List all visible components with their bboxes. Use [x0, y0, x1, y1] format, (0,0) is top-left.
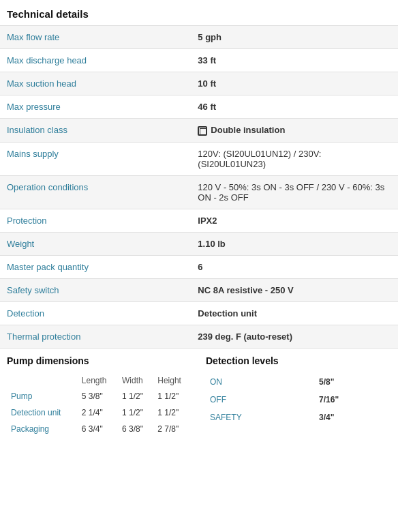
- dim-row-label: Pump: [7, 388, 78, 404]
- detail-label: Insulation class: [0, 119, 191, 143]
- pump-dimensions: Pump dimensions LengthWidthHeight Pump5 …: [0, 355, 199, 437]
- detail-label: Max pressure: [0, 95, 191, 119]
- dim-row-value: 2 7/8": [153, 421, 192, 437]
- detail-value: 10 ft: [191, 72, 398, 95]
- dim-row-value: 6 3/8": [118, 421, 153, 437]
- det-value: 3/4": [315, 409, 391, 426]
- dim-row-label: Packaging: [7, 421, 78, 437]
- detection-levels: Detection levels ON5/8"OFF7/16"SAFETY3/4…: [199, 355, 398, 437]
- det-label: OFF: [206, 391, 315, 409]
- detail-label: Operation conditions: [0, 175, 191, 209]
- detection-levels-title: Detection levels: [206, 355, 391, 366]
- dim-header: [7, 373, 78, 388]
- detail-label: Max discharge head: [0, 49, 191, 72]
- detail-label: Thermal protection: [0, 325, 191, 348]
- detail-value: NC 8A resistive - 250 V: [191, 278, 398, 301]
- dim-header: Height: [153, 373, 192, 388]
- detail-value: 120 V - 50%: 3s ON - 3s OFF / 230 V - 60…: [191, 175, 398, 209]
- detail-label: Mains supply: [0, 142, 191, 175]
- detail-value: 5 gph: [191, 26, 398, 49]
- detail-value: 1.10 lb: [191, 232, 398, 255]
- detail-label: Max suction head: [0, 72, 191, 95]
- detail-value: Double insulation: [191, 119, 398, 143]
- detail-value: 120V: (SI20UL01UN12) / 230V: (SI20UL01UN…: [191, 142, 398, 175]
- bottom-section: Pump dimensions LengthWidthHeight Pump5 …: [0, 348, 398, 444]
- detail-label: Detection: [0, 301, 191, 325]
- detail-label: Max flow rate: [0, 26, 191, 49]
- dim-row-value: 1 1/2": [118, 388, 153, 404]
- dim-row-value: 5 3/8": [78, 388, 118, 404]
- dim-row-value: 6 3/4": [78, 421, 118, 437]
- detail-value: IPX2: [191, 209, 398, 232]
- detail-value: 239 deg. F (auto-reset): [191, 325, 398, 348]
- det-label: ON: [206, 373, 315, 391]
- det-value: 5/8": [315, 373, 391, 391]
- dim-row-label: Detection unit: [7, 404, 78, 421]
- dim-row-value: 2 1/4": [78, 404, 118, 421]
- insulation-icon: [198, 126, 207, 136]
- detail-label: Protection: [0, 209, 191, 232]
- detail-value: 6: [191, 255, 398, 278]
- det-table: ON5/8"OFF7/16"SAFETY3/4": [206, 373, 391, 426]
- dim-table: LengthWidthHeight Pump5 3/8"1 1/2"1 1/2"…: [7, 373, 192, 437]
- detail-value: 33 ft: [191, 49, 398, 72]
- detail-label: Safety switch: [0, 278, 191, 301]
- dim-header: Width: [118, 373, 153, 388]
- dim-row-value: 1 1/2": [118, 404, 153, 421]
- details-table: Max flow rate5 gphMax discharge head33 f…: [0, 25, 398, 348]
- detail-label: Weight: [0, 232, 191, 255]
- pump-dimensions-title: Pump dimensions: [7, 355, 192, 366]
- dim-header: Length: [78, 373, 118, 388]
- dim-row-value: 1 1/2": [153, 388, 192, 404]
- det-label: SAFETY: [206, 409, 315, 426]
- det-value: 7/16": [315, 391, 391, 409]
- detail-value: 46 ft: [191, 95, 398, 119]
- section-title: Technical details: [0, 0, 398, 25]
- dim-row-value: 1 1/2": [153, 404, 192, 421]
- detail-label: Master pack quantity: [0, 255, 191, 278]
- detail-value: Detection unit: [191, 301, 398, 325]
